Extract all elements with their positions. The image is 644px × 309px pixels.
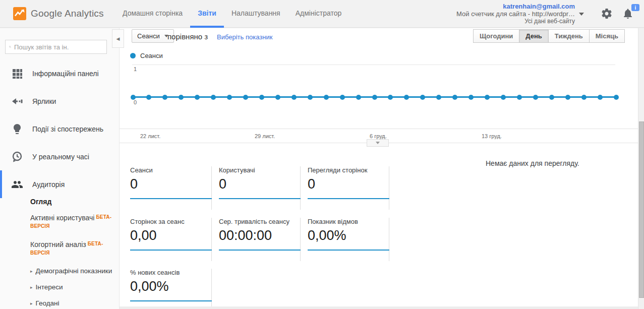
chart-point[interactable] — [469, 95, 474, 100]
chart-point[interactable] — [436, 95, 441, 100]
chart-point[interactable] — [565, 95, 570, 100]
collapse-left-icon: ◀ — [116, 36, 120, 41]
chart-point[interactable] — [324, 95, 329, 100]
scrollbar-thumb[interactable] — [639, 121, 644, 298]
chart-point[interactable] — [452, 95, 457, 100]
chart-point[interactable] — [162, 95, 167, 100]
chart-point[interactable] — [340, 95, 345, 100]
subnav-label: Демографічні показники — [36, 267, 112, 275]
chart-point[interactable] — [179, 95, 184, 100]
chart-point[interactable] — [131, 95, 136, 100]
subnav-demographics[interactable]: ▸Демографічні показники — [30, 267, 114, 275]
nav-home[interactable]: Домашня сторінка — [115, 0, 190, 28]
metric-value: 0,00 — [130, 228, 204, 243]
subnav-geo[interactable]: ▸Геодані — [30, 299, 114, 307]
chart-point[interactable] — [598, 95, 603, 100]
account-dropdown-caret-icon[interactable] — [579, 13, 584, 16]
expand-triangle-icon: ▸ — [30, 301, 33, 306]
metric-card-pageviews[interactable]: Перегляди сторінок 0 — [308, 166, 389, 210]
chart-point[interactable] — [275, 95, 280, 100]
gear-icon — [601, 8, 613, 20]
metric-card-bounce-rate[interactable]: Показник відмов 0,00% — [308, 218, 389, 261]
chart-point[interactable] — [356, 95, 361, 100]
main-content: Сеанси порівняно з Виберіть показник Щог… — [120, 28, 638, 306]
chart-point[interactable] — [372, 95, 377, 100]
sidebar-item-dashboards[interactable]: Інформаційні панелі — [0, 59, 119, 87]
chart-point[interactable] — [485, 95, 490, 100]
granularity-week-button[interactable]: Тиждень — [548, 29, 590, 43]
subnav-active-users[interactable]: Активні користувачіБЕТА-ВЕРСІЯ — [30, 214, 114, 232]
metric-sparkline — [130, 300, 212, 301]
chart-point[interactable] — [227, 95, 232, 100]
top-navigation: Домашня сторінка Звіти Налаштування Адмі… — [115, 0, 349, 28]
nav-reports[interactable]: Звіти — [190, 0, 224, 28]
chart-point[interactable] — [517, 95, 522, 100]
metric-label: Користувачі — [219, 166, 293, 174]
subnav-overview[interactable]: Огляд — [30, 198, 114, 206]
x-axis-tick: 6 груд. — [370, 133, 387, 139]
sidebar-navigation: Інформаційні панелі Ярлики Події зі спос… — [0, 59, 119, 198]
account-view: Усі дані веб-сайту — [456, 18, 575, 25]
report-search[interactable] — [5, 40, 107, 54]
chart-point[interactable] — [195, 95, 200, 100]
chart-point[interactable] — [291, 95, 297, 100]
chart-point[interactable] — [501, 95, 506, 100]
metric-card-avg-session-duration[interactable]: Сер. тривалість сеансу 00:00:00 — [219, 218, 301, 261]
granularity-month-button[interactable]: Місяць — [589, 29, 625, 43]
chart-point[interactable] — [614, 95, 619, 100]
account-email: katrenhain@gmail.com — [456, 3, 575, 10]
search-input[interactable] — [14, 43, 103, 51]
chart-point[interactable] — [581, 95, 587, 100]
metric-label: Сторінок за сеанс — [130, 218, 204, 225]
chart-point[interactable] — [211, 95, 216, 100]
expand-triangle-icon: ▸ — [30, 285, 33, 290]
chart-point[interactable] — [404, 95, 409, 100]
chart-point[interactable] — [388, 95, 393, 100]
chart-legend: Сеанси — [130, 52, 163, 59]
realtime-clock-icon — [11, 151, 23, 163]
settings-button[interactable] — [601, 8, 614, 21]
granularity-hourly-button[interactable]: Щогодини — [473, 29, 519, 43]
metric-value: 0 — [219, 176, 293, 192]
notifications-button[interactable]: i — [622, 8, 635, 21]
select-metric-link[interactable]: Виберіть показник — [217, 33, 272, 41]
audience-subnav: Огляд Активні користувачіБЕТА-ВЕРСІЯ Ког… — [30, 198, 114, 307]
granularity-day-button[interactable]: День — [519, 29, 549, 43]
chart-point[interactable] — [259, 95, 264, 100]
chart-point[interactable] — [420, 95, 425, 100]
nav-customization[interactable]: Налаштування — [224, 0, 288, 28]
sidebar-item-label: У реальному часі — [32, 153, 89, 161]
account-property: Мой счетчик для сайта - http://wordpr… — [456, 10, 575, 18]
chart-point[interactable] — [533, 95, 538, 100]
chart-gridline — [132, 65, 615, 65]
metric-card-new-sessions[interactable]: % нових сеансів 0,00% — [130, 269, 212, 306]
chart-point[interactable] — [308, 95, 313, 100]
metric-value: 0,00% — [308, 228, 382, 243]
metric-sparkline — [308, 198, 389, 199]
metric-card-pages-per-session[interactable]: Сторінок за сеанс 0,00 — [130, 218, 212, 261]
account-selector[interactable]: katrenhain@gmail.com Мой счетчик для сай… — [456, 3, 575, 25]
metric-selector-label: Сеанси — [137, 32, 160, 40]
subnav-interests[interactable]: ▸Інтереси — [30, 283, 114, 291]
shortcuts-icon — [11, 95, 23, 107]
nav-admin[interactable]: Адміністратор — [288, 0, 349, 28]
x-axis-tick: 13 груд. — [482, 133, 502, 139]
chart-point[interactable] — [549, 95, 554, 100]
metric-label: Сеанси — [130, 166, 204, 174]
ga-logo-icon — [13, 7, 26, 20]
chart-point[interactable] — [146, 95, 151, 100]
chart-point[interactable] — [243, 95, 248, 100]
metric-card-sessions[interactable]: Сеанси 0 — [130, 166, 212, 210]
subnav-cohort-analysis[interactable]: Когортний аналізБЕТА-ВЕРСІЯ — [30, 240, 114, 259]
scrollbar[interactable] — [638, 28, 644, 309]
collapse-sidebar-button[interactable]: ◀ — [112, 29, 124, 48]
metric-card-users[interactable]: Користувачі 0 — [219, 166, 301, 210]
sidebar-item-label: Події зі спостережень — [32, 125, 103, 133]
sidebar-item-audience[interactable]: Аудиторія — [0, 170, 119, 198]
sidebar-item-realtime[interactable]: У реальному часі — [0, 143, 119, 170]
sidebar-item-intelligence-events[interactable]: Події зі спостережень — [0, 115, 119, 143]
ga-logo[interactable]: Google Analytics — [13, 7, 104, 20]
sidebar-item-shortcuts[interactable]: Ярлики — [0, 87, 119, 115]
metric-sparkline — [219, 250, 301, 251]
collapse-chart-button[interactable] — [367, 139, 389, 147]
